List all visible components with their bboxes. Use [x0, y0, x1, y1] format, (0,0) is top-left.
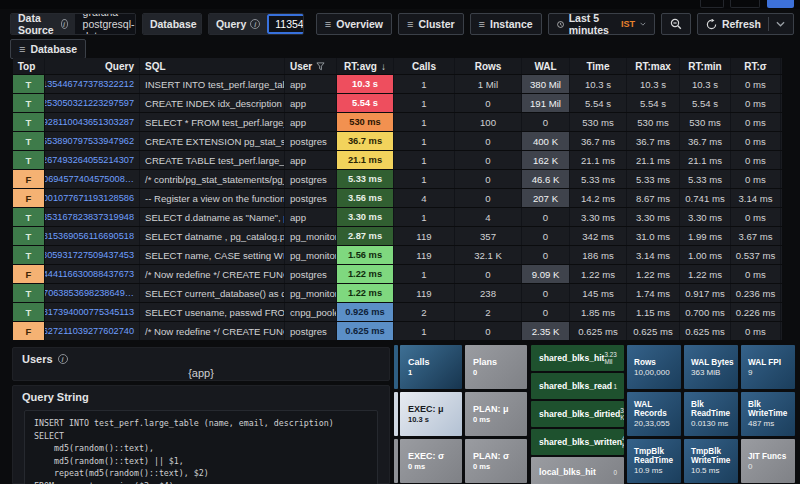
- sort-desc-icon[interactable]: ↓: [381, 61, 386, 72]
- cell-user: pg_monitor: [285, 284, 337, 302]
- cell-wal: 2.35 K: [522, 322, 570, 340]
- cell-query[interactable]: 6817394000775345113: [45, 303, 140, 321]
- grip-icon: ≡: [479, 18, 485, 30]
- cell-time: 530 ms: [570, 113, 627, 131]
- cell-query[interactable]: -4815369056116690518: [45, 227, 140, 245]
- cell-query[interactable]: -8253050321223297597: [45, 94, 140, 112]
- info-icon[interactable]: i: [201, 19, 202, 29]
- cell-query[interactable]: 1135446747378322212: [45, 75, 140, 93]
- cell-rt-avg: 5.33 ms: [337, 170, 394, 188]
- col-header-label: SQL: [145, 61, 166, 72]
- col-header-label: RT:max: [635, 61, 671, 72]
- wal-stat-block-label: Blk WriteTime: [748, 400, 795, 418]
- link-overview[interactable]: ≡ Overview: [316, 13, 392, 35]
- cell-rt-max: 36.7 ms: [627, 132, 680, 150]
- wal-stat-block-value: 10.9 ms: [634, 466, 681, 475]
- cell-query[interactable]: -3001077671193128586: [45, 189, 140, 207]
- partial-primary-button[interactable]: [767, 0, 794, 8]
- cell-rows: 238: [455, 284, 522, 302]
- cell-query[interactable]: 3267493264055214307: [45, 151, 140, 169]
- cell-time: 3.30 ms: [570, 208, 627, 226]
- query-string-title: Query String: [13, 386, 389, 403]
- blocks-stat-block[interactable]: shared_blks_dirtied38.5 K: [531, 401, 624, 427]
- cell-rt-avg: 3.30 ms: [337, 208, 394, 226]
- zoom-out-button[interactable]: [661, 13, 691, 35]
- cell-rt-min: 0.700 ms: [680, 303, 731, 321]
- query-string-code[interactable]: INSERT INTO test_perf.large_table (name,…: [24, 410, 378, 484]
- cell-query[interactable]: 7928110043651303287: [45, 113, 140, 131]
- info-icon[interactable]: i: [61, 19, 68, 29]
- cell-rows: 357: [455, 227, 522, 245]
- cell-top: T: [13, 208, 45, 226]
- blocks-stat-block[interactable]: shared_blks_written43.2 K: [531, 429, 624, 455]
- row-toggle-database[interactable]: ≡ Database: [10, 39, 86, 59]
- cell-query[interactable]: -8553890797533947962: [45, 132, 140, 150]
- wal-stat-block[interactable]: WAL Bytes363 MiB: [684, 345, 738, 389]
- blocks-stat-block-label: shared_blks_read: [539, 381, 612, 391]
- blocks-stat-block-value: 0: [613, 469, 617, 476]
- col-header-user[interactable]: User: [285, 58, 337, 74]
- cell-query[interactable]: -87063853698238649…: [45, 284, 140, 302]
- blocks-stat-block-label: shared_blks_written: [539, 437, 622, 447]
- wal-stat-block[interactable]: JIT Funcs0: [741, 439, 795, 483]
- wal-stat-block[interactable]: WAL FPI9: [741, 345, 795, 389]
- datasource-label: Data Source i: [11, 14, 75, 34]
- table-row: F-80694577404575008…/* contrib/pg_stat_s…: [13, 170, 782, 189]
- query-string-panel: Query String INSERT INTO test_perf.large…: [12, 385, 390, 484]
- cell-rt-max: 0.625 ms: [627, 322, 680, 340]
- cell-top: T: [13, 75, 45, 93]
- col-header-top[interactable]: Top: [13, 58, 45, 74]
- blocks-stat-block-value: 38.5 K: [620, 407, 624, 421]
- cell-rt-max: 5.54 s: [627, 94, 680, 112]
- exec-stat-block[interactable]: Plans0: [465, 345, 527, 389]
- wal-stat-block[interactable]: WAL Records20,33,055: [627, 392, 681, 436]
- info-icon[interactable]: i: [250, 19, 260, 29]
- queries-table: TopQuerySQLUserRT:avg↓CallsRowsWALTimeRT…: [13, 58, 782, 341]
- cell-query[interactable]: -3627211039277602740: [45, 322, 140, 340]
- link-instance[interactable]: ≡ Instance: [470, 13, 542, 35]
- grip-icon: ≡: [19, 43, 25, 55]
- cell-sql: SELECT name, CASE setting WHEN $1 TH: [140, 246, 285, 264]
- exec-stat-block[interactable]: PLAN: σ0 ms: [465, 439, 527, 483]
- row-toggle-label: Database: [30, 43, 77, 55]
- exec-stat-block[interactable]: EXEC: μ10.3 s: [400, 392, 462, 436]
- partial-toolbar-button: [700, 0, 724, 8]
- blocks-stat-block[interactable]: shared_blks_hit3.23 Mil: [531, 345, 624, 371]
- cell-query[interactable]: -6444116630088437673: [45, 265, 140, 283]
- wal-stat-block[interactable]: TmpBlk WriteTime10.5 ms: [684, 439, 738, 483]
- cell-query[interactable]: 3805931727509437453: [45, 246, 140, 264]
- cell-query[interactable]: -80694577404575008…: [45, 170, 140, 188]
- time-range-picker[interactable]: Last 5 minutes IST: [548, 13, 655, 35]
- cell-rows: 0: [455, 265, 522, 283]
- cell-user: app: [285, 151, 337, 169]
- wal-stat-block[interactable]: TmpBlk ReadTime10.9 ms: [627, 439, 681, 483]
- exec-stat-block[interactable]: Calls1: [400, 345, 462, 389]
- blocks-stat-block[interactable]: local_blks_hit0: [531, 457, 624, 484]
- info-icon[interactable]: i: [58, 354, 68, 364]
- col-header-rt-avg[interactable]: RT:avg↓: [337, 58, 394, 74]
- exec-stat-block[interactable]: EXEC: σ0 ms: [400, 439, 462, 483]
- wal-stat-block[interactable]: Rows10,00,000: [627, 345, 681, 389]
- refresh-label: Refresh: [722, 18, 761, 30]
- cell-wal: 162 K: [522, 151, 570, 169]
- blocks-stat-block-label: shared_blks_dirtied: [539, 409, 620, 419]
- refresh-button[interactable]: Refresh: [697, 13, 794, 35]
- cell-calls: 1: [394, 170, 455, 188]
- wal-stat-block-value: 0: [748, 462, 795, 471]
- cell-query[interactable]: -6353167823837319948: [45, 208, 140, 226]
- time-range-label: Last 5 minutes: [569, 12, 616, 36]
- blocks-stat-block[interactable]: shared_blks_read1: [531, 373, 624, 399]
- cell-calls: 1: [394, 265, 455, 283]
- link-cluster[interactable]: ≡ Cluster: [398, 13, 464, 35]
- wal-stat-block[interactable]: Blk WriteTime487 ms: [741, 392, 795, 436]
- cell-rt-max: 31.0 ms: [627, 227, 680, 245]
- exec-stat-block[interactable]: PLAN: μ0 ms: [465, 392, 527, 436]
- cell-rows: 0: [455, 132, 522, 150]
- datasource-select[interactable]: grafana-postgresql-datasource: [75, 14, 136, 34]
- query-select[interactable]: 1135446747378322212: [267, 14, 304, 34]
- wal-stat-block-label: Rows: [634, 358, 681, 367]
- query-value: 1135446747378322212: [275, 18, 304, 30]
- filter-icon[interactable]: [316, 62, 325, 71]
- datasource-label-text: Data Source: [18, 13, 57, 35]
- wal-stat-block[interactable]: Blk ReadTime0.0130 ms: [684, 392, 738, 436]
